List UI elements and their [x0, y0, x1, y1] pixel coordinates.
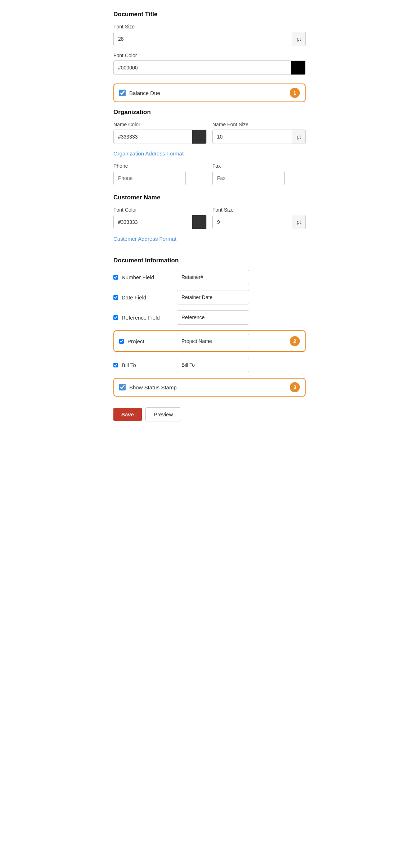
show-status-stamp-checkbox[interactable]: [119, 384, 126, 390]
reference-field-row: Reference Field: [113, 310, 306, 325]
phone-input[interactable]: [113, 171, 186, 185]
customer-name-heading: Customer Name: [113, 194, 306, 201]
customer-font-color-input[interactable]: [113, 215, 192, 229]
reference-field-input[interactable]: [177, 310, 249, 325]
show-status-stamp-row: Show Status Stamp: [119, 384, 177, 390]
font-size-input[interactable]: [113, 32, 292, 46]
number-field-row: Number Field: [113, 270, 306, 284]
show-status-stamp-label: Show Status Stamp: [129, 384, 177, 390]
project-badge: 2: [290, 336, 300, 346]
number-field-checkbox[interactable]: [113, 275, 118, 280]
org-color-size-row: Name Color Name Font Size pt: [113, 122, 306, 150]
org-name-font-size-input[interactable]: [212, 130, 292, 144]
bill-to-label: Bill To: [122, 362, 136, 368]
org-name-color-swatch[interactable]: [192, 130, 207, 144]
reference-field-label: Reference Field: [122, 315, 160, 321]
document-title-heading: Document Title: [113, 11, 306, 18]
preview-button[interactable]: Preview: [145, 407, 181, 421]
font-color-field: Font Color: [113, 53, 306, 75]
org-name-font-size-suffix: pt: [292, 130, 306, 144]
project-input[interactable]: [177, 334, 249, 348]
org-name-font-size-field: Name Font Size pt: [212, 122, 306, 144]
number-field-input[interactable]: [177, 270, 249, 284]
customer-font-color-swatch[interactable]: [192, 215, 207, 229]
fax-input[interactable]: [212, 171, 285, 185]
fax-field: Fax: [212, 163, 306, 185]
balance-due-badge: 1: [290, 88, 300, 98]
customer-font-size-label: Font Size: [212, 207, 306, 213]
project-checkbox[interactable]: [119, 339, 124, 344]
save-button[interactable]: Save: [113, 408, 142, 421]
bill-to-checkbox[interactable]: [113, 363, 118, 367]
phone-label: Phone: [113, 163, 207, 169]
buttons-row: Save Preview: [113, 407, 306, 421]
phone-fax-row: Phone Fax: [113, 163, 306, 185]
show-status-stamp-badge: 3: [290, 382, 300, 392]
customer-font-size-field: Font Size pt: [212, 207, 306, 229]
customer-font-color-field: Font Color: [113, 207, 207, 229]
balance-due-container: Balance Due 1: [113, 83, 306, 102]
org-name-color-input[interactable]: [113, 130, 192, 144]
font-color-swatch[interactable]: [291, 60, 306, 75]
date-field-input[interactable]: [177, 290, 249, 304]
bill-to-input[interactable]: [177, 358, 249, 372]
project-label: Project: [127, 338, 144, 344]
org-name-font-size-label: Name Font Size: [212, 122, 306, 127]
org-address-format-link[interactable]: Organization Address Format: [113, 150, 184, 157]
bill-to-row: Bill To: [113, 358, 306, 372]
document-info-heading: Document Information: [113, 257, 306, 264]
customer-address-format-link[interactable]: Customer Address Format: [113, 236, 176, 242]
font-color-input[interactable]: [113, 60, 291, 75]
org-name-color-field: Name Color: [113, 122, 207, 144]
customer-font-color-label: Font Color: [113, 207, 207, 213]
font-size-label: Font Size: [113, 24, 306, 30]
number-field-label: Number Field: [122, 274, 154, 280]
date-field-row: Date Field: [113, 290, 306, 304]
reference-field-checkbox[interactable]: [113, 315, 118, 320]
date-field-checkbox[interactable]: [113, 295, 118, 300]
phone-field: Phone: [113, 163, 207, 185]
balance-due-label: Balance Due: [129, 90, 160, 96]
customer-font-size-suffix: pt: [292, 215, 306, 229]
show-status-stamp-container: Show Status Stamp 3: [113, 378, 306, 397]
org-name-color-label: Name Color: [113, 122, 207, 127]
font-size-field: Font Size pt: [113, 24, 306, 46]
fax-label: Fax: [212, 163, 306, 169]
organization-heading: Organization: [113, 109, 306, 116]
customer-font-size-input[interactable]: [212, 215, 292, 229]
balance-due-checkbox-row: Balance Due: [119, 90, 160, 96]
font-color-label: Font Color: [113, 53, 306, 58]
date-field-label: Date Field: [122, 294, 146, 300]
balance-due-checkbox[interactable]: [119, 90, 126, 96]
font-size-suffix: pt: [292, 32, 306, 46]
project-container: Project 2: [113, 330, 306, 352]
customer-color-size-row: Font Color Font Size pt: [113, 207, 306, 236]
